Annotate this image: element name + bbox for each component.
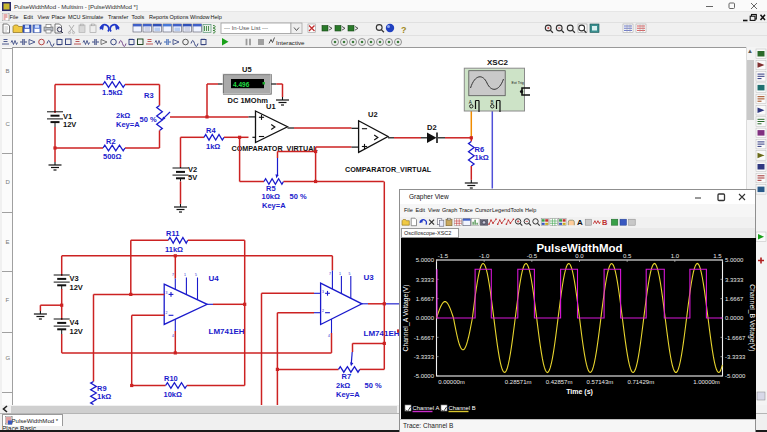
svg-text:3: 3 (322, 290, 324, 294)
svg-text:A: A (577, 218, 583, 227)
svg-text:U5: U5 (242, 65, 252, 74)
svg-text:LM741EH: LM741EH (209, 327, 245, 336)
svg-text:0.5: 0.5 (623, 253, 632, 259)
svg-text:5.0000: 5.0000 (725, 257, 744, 263)
svg-text:7: 7 (172, 273, 174, 277)
svg-text:Ext Trig: Ext Trig (512, 81, 524, 85)
svg-text:2: 2 (166, 311, 168, 315)
svg-text:R1: R1 (106, 73, 116, 82)
svg-text:-0.5: -0.5 (527, 253, 538, 259)
svg-text:R3: R3 (144, 91, 154, 100)
svg-text:-5.0000: -5.0000 (414, 373, 435, 379)
svg-text:12V: 12V (63, 120, 76, 129)
svg-text:12V: 12V (70, 283, 83, 292)
svg-text:U4: U4 (209, 274, 220, 283)
svg-text:-1.5: -1.5 (438, 253, 449, 259)
svg-text:Key=A: Key=A (116, 120, 140, 129)
svg-text:R2: R2 (106, 137, 116, 146)
svg-text:R4: R4 (206, 126, 216, 135)
svg-text:5V: 5V (188, 173, 197, 182)
svg-text:3.3333: 3.3333 (416, 277, 435, 283)
svg-text:1.6667: 1.6667 (725, 296, 744, 302)
svg-text:B: B (602, 218, 608, 227)
svg-text:1.5: 1.5 (713, 253, 722, 259)
svg-text:Key=A: Key=A (262, 201, 286, 210)
svg-text:2kΩ: 2kΩ (336, 381, 350, 390)
svg-text:1: 1 (184, 273, 186, 277)
svg-text:5: 5 (195, 273, 197, 277)
svg-text:Key=A: Key=A (336, 390, 360, 399)
svg-text:COMPARATOR_VIRTUAL: COMPARATOR_VIRTUAL (345, 165, 432, 174)
svg-text:R10: R10 (164, 374, 178, 383)
svg-text:-5.0000: -5.0000 (725, 373, 746, 379)
svg-text:12V: 12V (70, 327, 83, 336)
svg-text:1.00000m: 1.00000m (693, 379, 720, 385)
svg-text:2: 2 (322, 309, 324, 313)
svg-text:2kΩ: 2kΩ (116, 111, 130, 120)
svg-text:Time (s): Time (s) (566, 388, 593, 396)
svg-text:4: 4 (328, 334, 330, 338)
svg-text:1.5kΩ: 1.5kΩ (102, 88, 123, 97)
svg-text:10kΩ: 10kΩ (164, 390, 183, 399)
svg-text:7: 7 (329, 272, 331, 276)
svg-text:-1.6667: -1.6667 (725, 335, 746, 341)
svg-text:1kΩ: 1kΩ (206, 142, 220, 151)
svg-text:5.0000: 5.0000 (416, 257, 435, 263)
svg-text:Channel A: Channel A (413, 405, 440, 411)
svg-text:5: 5 (349, 272, 351, 276)
svg-text:-1.6667: -1.6667 (414, 335, 435, 341)
svg-text:U1: U1 (266, 102, 276, 111)
svg-text:U3: U3 (364, 273, 375, 282)
svg-text:-3.3333: -3.3333 (725, 354, 746, 360)
svg-text:B: B (491, 100, 494, 105)
svg-text:0.0000: 0.0000 (416, 315, 435, 321)
svg-text:XSC2: XSC2 (487, 58, 508, 67)
svg-text:U2: U2 (368, 110, 378, 119)
svg-text:11kΩ: 11kΩ (165, 245, 183, 254)
svg-text:4: 4 (172, 334, 174, 338)
svg-text:R11: R11 (166, 229, 179, 238)
svg-text:3.3333: 3.3333 (725, 277, 744, 283)
svg-text:Channel_A Voltage(V): Channel_A Voltage(V) (402, 285, 410, 352)
svg-text:0.0000: 0.0000 (725, 315, 744, 321)
svg-text:4.496: 4.496 (233, 81, 250, 88)
svg-text:D2: D2 (427, 123, 437, 132)
svg-text:1.6667: 1.6667 (416, 296, 435, 302)
svg-text:1kΩ: 1kΩ (97, 392, 111, 401)
svg-text:LM741EH: LM741EH (364, 329, 400, 338)
svg-text:R7: R7 (342, 372, 352, 381)
svg-text:-3.3333: -3.3333 (414, 354, 435, 360)
svg-text:0.00000m: 0.00000m (438, 379, 465, 385)
svg-text:0.57143m: 0.57143m (587, 379, 614, 385)
svg-text:Channel B: Channel B (449, 405, 476, 411)
svg-text:0.0: 0.0 (575, 253, 584, 259)
svg-text:3: 3 (166, 291, 168, 295)
svg-text:DC 1MOhm: DC 1MOhm (228, 96, 269, 105)
svg-text:0.71429m: 0.71429m (627, 379, 654, 385)
svg-text:0.42857m: 0.42857m (546, 379, 573, 385)
svg-text:-1.0: -1.0 (479, 253, 490, 259)
svg-text:50 %: 50 % (365, 381, 382, 390)
svg-text:500Ω: 500Ω (103, 152, 122, 161)
svg-text:50 %: 50 % (290, 192, 307, 201)
svg-text:0.28571m: 0.28571m (505, 379, 532, 385)
svg-text:1.0: 1.0 (671, 253, 680, 259)
svg-text:1: 1 (339, 272, 341, 276)
svg-text:1kΩ: 1kΩ (475, 153, 489, 162)
svg-text:A: A (469, 100, 472, 105)
svg-text:Channel_B Voltage(V): Channel_B Voltage(V) (748, 284, 756, 351)
svg-text:50 %: 50 % (140, 115, 157, 124)
